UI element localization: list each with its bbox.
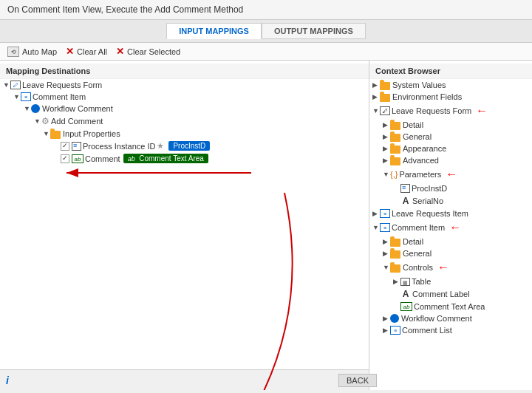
clear-all-button[interactable]: ✕ Clear All — [66, 46, 107, 57]
ctx-label: Workflow Comment — [401, 314, 472, 323]
ctx-node-lrf[interactable]: ▼ 🖊 Leave Requests Form ← — [369, 103, 532, 119]
bottom-bar: i — [0, 369, 369, 390]
wf-icon — [31, 104, 40, 113]
ctx-node-comment-label[interactable]: A Comment Label — [369, 287, 532, 301]
ctx-node-serialno[interactable]: A SerialNo — [369, 194, 532, 208]
top-bar: On Comment Item View, Execute the Add Co… — [0, 0, 532, 20]
right-panel-header: Context Browser — [369, 64, 532, 79]
left-panel: Mapping Destinations ▼ 🖊 Leave Requests … — [0, 61, 369, 390]
checkbox-comment[interactable] — [61, 154, 69, 163]
ctx-label: Environment Fields — [392, 92, 462, 101]
node-label: Leave Requests Form — [22, 81, 102, 89]
ctx-node-advanced[interactable]: ▶ Advanced — [369, 154, 532, 166]
clear-selected-x-icon: ✕ — [116, 46, 124, 57]
folder-icon-ip — [50, 131, 61, 139]
ctx-node-general[interactable]: ▶ General — [369, 131, 532, 143]
ctx-label: System Values — [392, 81, 446, 89]
tabs-bar: INPUT MAPPINGS OUTPUT MAPPINGS — [0, 20, 532, 43]
list-icon-procinstd — [400, 184, 410, 193]
folder-icon-d2 — [390, 239, 400, 247]
item-icon-commentlist: ≡ — [390, 326, 400, 335]
ctx-label: Comment List — [402, 326, 452, 335]
ctx-label: ProcInstD — [412, 184, 447, 193]
ctx-node-comment-text-area[interactable]: ab Comment Text Area — [369, 301, 532, 312]
red-arrow-controls: ← — [437, 261, 449, 274]
checkbox-pid[interactable] — [61, 142, 69, 151]
expand-icon: ▼ — [34, 117, 41, 125]
ctx-node-general2[interactable]: ▶ General — [369, 247, 532, 259]
tree-node-process-instance-id[interactable]: Process Instance ID ★ ProcInstD — [0, 140, 369, 152]
ctx-label: SerialNo — [412, 196, 443, 205]
left-panel-header: Mapping Destinations — [0, 64, 369, 79]
ctx-node-table[interactable]: ▶ ▦ Table — [369, 276, 532, 287]
expand-icon: ▼ — [13, 93, 21, 100]
auto-map-button[interactable]: ⟲ Auto Map — [7, 47, 57, 57]
back-button[interactable]: BACK — [338, 374, 377, 387]
ctx-label: General — [403, 249, 432, 258]
main-container: Mapping Destinations ▼ 🖊 Leave Requests … — [0, 61, 532, 390]
tree-node-add-comment[interactable]: ▼ ⚙ Add Comment — [0, 115, 369, 128]
ctx-node-system-values[interactable]: ▶ System Values — [369, 79, 532, 91]
red-arrow-lrf: ← — [476, 104, 488, 117]
clear-selected-button[interactable]: ✕ Clear Selected — [116, 46, 180, 57]
node-label: Process Instance ID — [83, 142, 155, 151]
ctx-label: Leave Requests Form — [392, 106, 471, 115]
list-icon-pid — [72, 142, 81, 151]
tree-node-input-properties[interactable]: ▼ Input Properties — [0, 128, 369, 140]
ctx-node-detail[interactable]: ▶ Detail — [369, 119, 532, 131]
ctx-label: Comment Item — [392, 223, 445, 232]
table-icon: ▦ — [400, 278, 410, 286]
ctx-label: Controls — [403, 263, 433, 272]
expand-icon: ▼ — [43, 130, 50, 137]
ctx-label: General — [403, 132, 432, 141]
tree-node-comment-item[interactable]: ▼ ≡ Comment Item — [0, 91, 369, 103]
ab-prefix: ab — [128, 155, 135, 163]
text-icon-cl: A — [400, 289, 411, 299]
ctx-label: Comment Label — [412, 290, 470, 298]
ctx-node-parameters[interactable]: ▼ {,} Parameters ← — [369, 166, 532, 182]
right-panel: Context Browser ▶ System Values ▶ Enviro… — [369, 61, 532, 390]
ctx-label: Detail — [403, 237, 423, 246]
star-icon-pid: ★ — [157, 141, 164, 151]
red-arrow-params: ← — [446, 168, 457, 181]
folder-icon-sv — [380, 82, 390, 90]
expand-icon: ▼ — [24, 105, 31, 112]
item-icon-ci2: ≡ — [380, 223, 390, 232]
tree-node-leave-requests-form[interactable]: ▼ 🖊 Leave Requests Form — [0, 79, 369, 91]
folder-icon-app — [390, 146, 400, 154]
ctx-node-wf-comment[interactable]: ▶ Workflow Comment — [369, 312, 532, 324]
tab-output[interactable]: OUTPUT MAPPINGS — [262, 23, 366, 39]
folder-icon-ef — [380, 94, 390, 102]
mapping-badge-comment[interactable]: ab Comment Text Area — [123, 154, 208, 163]
ab-icon-cta: ab — [400, 302, 412, 311]
tree-node-comment[interactable]: ab Comment ab Comment Text Area — [0, 152, 369, 165]
ctx-label: Leave Requests Item — [392, 209, 468, 218]
form-icon: 🖊 — [10, 81, 21, 89]
ctx-node-comment-list[interactable]: ▶ ≡ Comment List — [369, 324, 532, 336]
ctx-node-controls[interactable]: ▼ Controls ← — [369, 259, 532, 276]
ctx-label: Table — [412, 277, 431, 286]
ctx-label: Appearance — [403, 144, 446, 153]
gear-icon: ⚙ — [41, 116, 50, 126]
item-icon-ci: ≡ — [21, 92, 31, 101]
ctx-label: Comment Text Area — [414, 302, 485, 311]
item-icon-lri: ≡ — [380, 209, 390, 218]
toolbar: ⟲ Auto Map ✕ Clear All ✕ Clear Selected — [0, 43, 532, 61]
ctx-node-appearance[interactable]: ▶ Appearance — [369, 143, 532, 154]
tree-node-workflow-comment[interactable]: ▼ Workflow Comment — [0, 103, 369, 115]
ctx-node-comment-item[interactable]: ▼ ≡ Comment Item ← — [369, 219, 532, 236]
node-label: Comment — [85, 154, 120, 163]
ctx-label: Advanced — [403, 156, 439, 165]
auto-map-icon: ⟲ — [7, 47, 19, 57]
ctx-node-lri[interactable]: ▶ ≡ Leave Requests Item — [369, 208, 532, 219]
ctx-node-detail2[interactable]: ▶ Detail — [369, 236, 532, 247]
page-title: On Comment Item View, Execute the Add Co… — [7, 4, 243, 15]
red-arrow-ci: ← — [449, 221, 461, 234]
tab-input[interactable]: INPUT MAPPINGS — [166, 23, 262, 39]
mapping-badge-pid[interactable]: ProcInstD — [168, 141, 210, 151]
info-icon: i — [6, 375, 9, 386]
node-label: Workflow Comment — [42, 104, 113, 113]
ctx-node-env-fields[interactable]: ▶ Environment Fields — [369, 91, 532, 103]
folder-icon-adv — [390, 157, 400, 165]
ctx-node-procinstd[interactable]: ProcInstD — [369, 182, 532, 194]
